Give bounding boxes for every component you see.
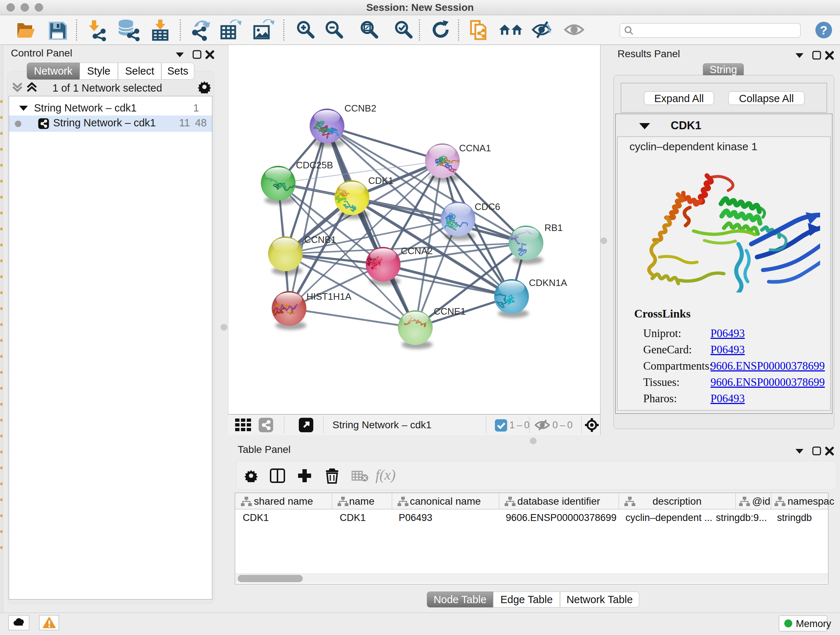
svg-text:CCNA1: CCNA1 (459, 143, 491, 154)
svg-text:CDK1: CDK1 (368, 175, 393, 186)
svg-text:CCNA2: CCNA2 (401, 245, 433, 256)
svg-text:CDC6: CDC6 (475, 201, 500, 212)
svg-text:CDKN1A: CDKN1A (529, 277, 567, 288)
svg-text:HIST1H1A: HIST1H1A (306, 291, 352, 302)
svg-text:CCNE1: CCNE1 (434, 306, 466, 317)
svg-text:CCNB2: CCNB2 (344, 103, 376, 114)
svg-text:CCNB1: CCNB1 (304, 234, 336, 245)
svg-text:RB1: RB1 (545, 222, 563, 233)
svg-text:CDC25B: CDC25B (296, 160, 333, 171)
